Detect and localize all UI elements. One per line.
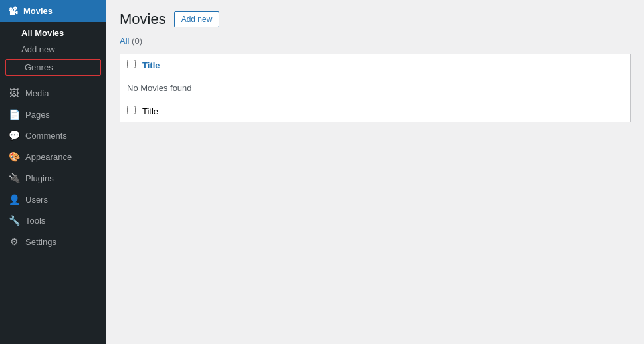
filter-all-label: All <box>120 36 129 46</box>
tools-icon: 🔧 <box>8 215 20 226</box>
movies-table: Title No Movies found Title <box>120 54 631 122</box>
sidebar-submenu-all-movies[interactable]: All Movies <box>0 25 106 41</box>
sidebar-item-plugins-label: Plugins <box>25 173 54 183</box>
sidebar-item-plugins[interactable]: 🔌 Plugins <box>0 167 106 189</box>
sidebar-item-media-label: Media <box>25 88 49 98</box>
sidebar-movies-label: Movies <box>23 6 53 16</box>
sidebar-item-settings[interactable]: ⚙ Settings <box>0 231 106 252</box>
filter-bar: All (0) <box>120 36 631 46</box>
sidebar-item-users[interactable]: 👤 Users <box>0 189 106 210</box>
sidebar-item-movies[interactable]: 📽 Movies <box>0 0 106 22</box>
table-header-row: Title <box>120 54 630 76</box>
movies-icon: 📽 <box>8 5 18 17</box>
header-checkbox-col <box>127 60 136 70</box>
media-icon: 🖼 <box>8 88 20 98</box>
sidebar-item-appearance-label: Appearance <box>25 152 72 162</box>
page-title: Movies <box>120 11 166 28</box>
sidebar-item-appearance[interactable]: 🎨 Appearance <box>0 146 106 167</box>
sidebar-item-pages-label: Pages <box>25 110 50 120</box>
page-header: Movies Add new <box>120 11 631 28</box>
table-footer-title[interactable]: Title <box>142 106 158 116</box>
sidebar-item-pages[interactable]: 📄 Pages <box>0 104 106 125</box>
sidebar-item-users-label: Users <box>25 195 48 205</box>
table-footer-row: Title <box>120 100 630 122</box>
table-header-title[interactable]: Title <box>142 60 160 70</box>
sidebar-item-tools-label: Tools <box>25 216 45 226</box>
appearance-icon: 🎨 <box>8 151 20 162</box>
settings-icon: ⚙ <box>8 236 20 247</box>
main-content: Movies Add new All (0) Title No Movies f… <box>106 0 644 344</box>
movies-submenu: All Movies Add new Genres <box>0 22 106 82</box>
sidebar: 📽 Movies All Movies Add new Genres 🖼 Med… <box>0 0 106 344</box>
sidebar-item-media[interactable]: 🖼 Media <box>0 82 106 104</box>
filter-count: (0) <box>132 36 142 46</box>
table-no-items-row: No Movies found <box>120 76 630 100</box>
footer-select-all-checkbox[interactable] <box>127 106 136 114</box>
filter-all-link[interactable]: All <box>120 36 132 46</box>
sidebar-item-tools[interactable]: 🔧 Tools <box>0 210 106 231</box>
sidebar-submenu-add-new[interactable]: Add new <box>0 41 106 58</box>
footer-checkbox-col <box>127 106 136 116</box>
comments-icon: 💬 <box>8 130 20 141</box>
select-all-checkbox[interactable] <box>127 60 136 68</box>
sidebar-item-comments[interactable]: 💬 Comments <box>0 125 106 146</box>
plugins-icon: 🔌 <box>8 173 20 183</box>
sidebar-item-comments-label: Comments <box>25 131 67 141</box>
no-items-message: No Movies found <box>127 83 192 93</box>
sidebar-item-settings-label: Settings <box>25 237 56 247</box>
add-new-button[interactable]: Add new <box>174 11 220 27</box>
pages-icon: 📄 <box>8 109 20 120</box>
users-icon: 👤 <box>8 194 20 205</box>
sidebar-submenu-genres[interactable]: Genres <box>5 59 101 76</box>
